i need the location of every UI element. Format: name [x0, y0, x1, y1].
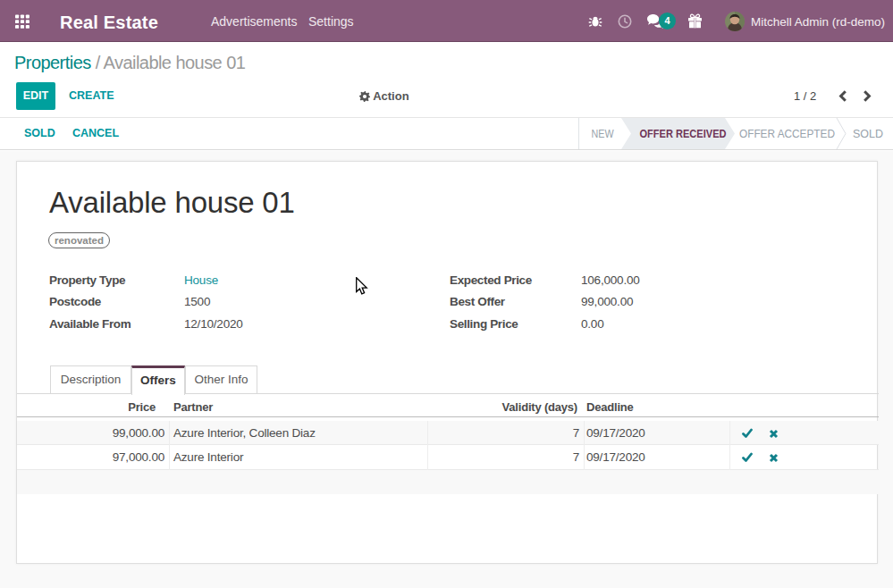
svg-text:SOLD: SOLD: [853, 127, 883, 140]
svg-text:NEW: NEW: [592, 127, 615, 140]
svg-text:OFFER RECEIVED: OFFER RECEIVED: [640, 128, 727, 140]
svg-text:OFFER ACCEPTED: OFFER ACCEPTED: [739, 127, 835, 140]
